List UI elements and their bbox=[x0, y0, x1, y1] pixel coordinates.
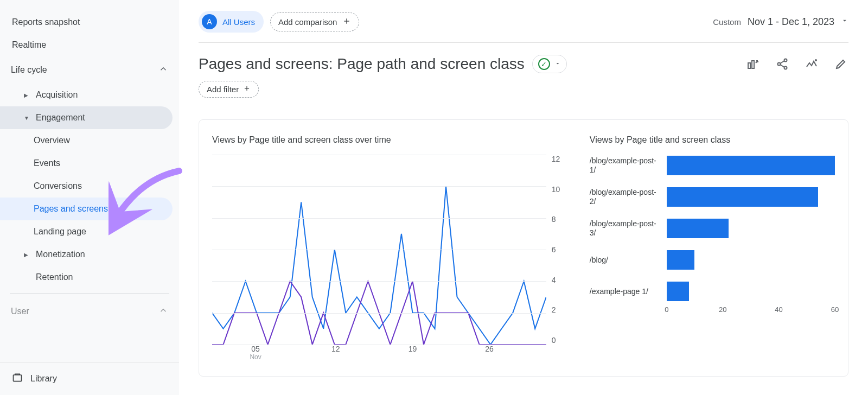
edit-icon[interactable] bbox=[833, 56, 848, 72]
bar-row[interactable]: /example-page 1/ bbox=[590, 282, 835, 301]
x-tick: 26 bbox=[485, 345, 494, 353]
sidebar-section-user[interactable]: User bbox=[0, 298, 179, 325]
segment-badge: A bbox=[202, 14, 217, 29]
bar-track bbox=[667, 250, 835, 270]
bar-track bbox=[667, 156, 835, 175]
bar-track bbox=[667, 187, 835, 207]
bar-chart: /blog/example-post-1//blog/example-post-… bbox=[590, 156, 835, 301]
sidebar-item-engagement[interactable]: ▼ Engagement bbox=[0, 106, 173, 129]
sidebar-section-label: User bbox=[11, 307, 29, 316]
bar-label: /example-page 1/ bbox=[590, 287, 660, 296]
add-filter-label: Add filter bbox=[207, 85, 239, 94]
bar-row[interactable]: /blog/example-post-3/ bbox=[590, 219, 835, 238]
sidebar: Reports snapshot Realtime Life cycle ▶ A… bbox=[0, 0, 179, 395]
bar-chart-title: Views by Page title and screen class bbox=[590, 135, 835, 145]
bar-label: /blog/ bbox=[590, 256, 660, 265]
y-tick: 12 bbox=[552, 155, 568, 163]
plus-icon bbox=[342, 17, 351, 27]
x-tick: 19 bbox=[409, 345, 417, 353]
bar-x-tick: 40 bbox=[775, 305, 782, 314]
bar-track bbox=[667, 282, 835, 301]
sidebar-section-life-cycle[interactable]: Life cycle bbox=[0, 56, 179, 84]
bar-label: /blog/example-post-3/ bbox=[590, 219, 660, 238]
line-chart-x-axis: 05 Nov 12 19 26 bbox=[212, 345, 546, 361]
chevron-up-icon bbox=[158, 305, 168, 317]
bar-row[interactable]: /blog/example-post-2/ bbox=[590, 187, 835, 207]
line-chart: 12 10 8 6 4 2 0 05 Nov 12 19 26 bbox=[212, 155, 568, 361]
customize-report-icon[interactable] bbox=[745, 56, 761, 72]
divider bbox=[10, 293, 169, 294]
sidebar-item-acquisition[interactable]: ▶ Acquisition bbox=[0, 84, 179, 106]
sidebar-item-label: Monetization bbox=[36, 250, 85, 259]
bar-fill bbox=[667, 219, 729, 238]
page-header: Pages and screens: Page path and screen … bbox=[199, 43, 848, 79]
sidebar-section-label: Life cycle bbox=[11, 65, 47, 75]
sidebar-item-conversions[interactable]: Conversions bbox=[0, 175, 179, 197]
add-comparison-button[interactable]: Add comparison bbox=[270, 12, 359, 31]
status-chip[interactable]: ✓ bbox=[532, 55, 567, 73]
bar-row[interactable]: /blog/example-post-1/ bbox=[590, 156, 835, 175]
y-tick: 4 bbox=[552, 276, 568, 284]
date-range-picker[interactable]: Custom Nov 1 - Dec 1, 2023 bbox=[713, 16, 848, 28]
segment-all-users[interactable]: A All Users bbox=[199, 11, 264, 33]
x-sub: Nov bbox=[250, 353, 261, 361]
line-chart-panel: Views by Page title and screen class ove… bbox=[212, 135, 579, 361]
triangle-right-icon: ▶ bbox=[24, 252, 29, 258]
bar-x-tick: 20 bbox=[719, 305, 726, 314]
plus-icon bbox=[243, 85, 251, 94]
sidebar-item-pages-screens[interactable]: Pages and screens bbox=[0, 197, 173, 220]
svg-point-10 bbox=[815, 60, 816, 61]
bar-x-tick: 60 bbox=[831, 305, 839, 314]
svg-line-9 bbox=[780, 65, 784, 67]
x-tick: 05 bbox=[251, 345, 260, 353]
bar-fill bbox=[667, 156, 835, 175]
date-range-value: Nov 1 - Dec 1, 2023 bbox=[748, 16, 834, 28]
sidebar-item-label: Acquisition bbox=[36, 90, 78, 100]
line-chart-y-axis: 12 10 8 6 4 2 0 bbox=[552, 155, 568, 345]
segment-label: All Users bbox=[222, 17, 255, 27]
x-tick: 12 bbox=[331, 345, 340, 353]
y-tick: 8 bbox=[552, 215, 568, 224]
bar-fill bbox=[667, 187, 818, 207]
sidebar-item-monetization[interactable]: ▶ Monetization bbox=[0, 243, 179, 266]
chevron-up-icon bbox=[158, 64, 168, 76]
sidebar-item-retention[interactable]: Retention bbox=[0, 266, 179, 289]
add-filter-button[interactable]: Add filter bbox=[199, 81, 259, 98]
bar-fill bbox=[667, 250, 695, 270]
svg-line-8 bbox=[780, 61, 784, 63]
bar-chart-panel: Views by Page title and screen class /bl… bbox=[579, 135, 835, 361]
bar-row[interactable]: /blog/ bbox=[590, 250, 835, 270]
sidebar-item-label: Retention bbox=[36, 272, 73, 282]
main-content: A All Users Add comparison Custom Nov 1 … bbox=[179, 0, 868, 395]
bar-x-tick: 0 bbox=[665, 305, 668, 314]
line-chart-title: Views by Page title and screen class ove… bbox=[212, 135, 568, 145]
y-tick: 10 bbox=[552, 185, 568, 194]
page-title: Pages and screens: Page path and screen … bbox=[199, 55, 525, 73]
chevron-down-icon bbox=[554, 59, 561, 69]
line-chart-plot bbox=[212, 155, 546, 345]
bar-fill bbox=[667, 282, 689, 301]
check-circle-icon: ✓ bbox=[538, 58, 550, 70]
y-tick: 2 bbox=[552, 305, 568, 314]
sidebar-item-events[interactable]: Events bbox=[0, 152, 179, 175]
sidebar-item-overview[interactable]: Overview bbox=[0, 129, 179, 152]
insights-icon[interactable] bbox=[804, 56, 819, 72]
triangle-right-icon: ▶ bbox=[24, 92, 29, 98]
share-icon[interactable] bbox=[775, 56, 790, 72]
library-icon bbox=[12, 372, 23, 385]
y-tick: 0 bbox=[552, 336, 568, 345]
bar-label: /blog/example-post-1/ bbox=[590, 156, 660, 175]
bar-label: /blog/example-post-2/ bbox=[590, 188, 660, 206]
svg-rect-4 bbox=[752, 61, 754, 68]
svg-rect-3 bbox=[748, 63, 750, 68]
chevron-down-icon bbox=[841, 17, 848, 27]
triangle-down-icon: ▼ bbox=[24, 115, 29, 121]
bar-chart-x-axis: 0204060 bbox=[667, 305, 835, 316]
chart-panels: Views by Page title and screen class ove… bbox=[199, 119, 848, 377]
date-range-label: Custom bbox=[713, 17, 741, 27]
y-tick: 6 bbox=[552, 245, 568, 254]
sidebar-item-reports-snapshot[interactable]: Reports snapshot bbox=[0, 11, 179, 34]
sidebar-item-landing-page[interactable]: Landing page bbox=[0, 220, 179, 243]
sidebar-item-library[interactable]: Library bbox=[0, 362, 179, 395]
sidebar-item-realtime[interactable]: Realtime bbox=[0, 34, 179, 56]
